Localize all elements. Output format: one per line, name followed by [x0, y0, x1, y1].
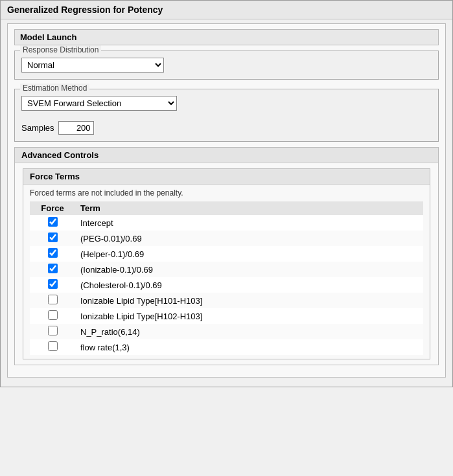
table-row: Ionizable Lipid Type[H102-H103] — [30, 308, 423, 324]
estimation-method-legend: Estimation Method — [20, 84, 89, 93]
term-cell: Ionizable Lipid Type[H102-H103] — [75, 308, 423, 324]
term-cell: (Cholesterol-0.1)/0.69 — [75, 277, 423, 293]
force-terms-section: Force Terms Forced terms are not include… — [23, 168, 430, 359]
term-cell: Intercept — [75, 215, 423, 231]
model-launch-section: Model Launch Response Distribution Norma… — [7, 23, 446, 378]
force-terms-title: Force Terms — [23, 169, 430, 185]
force-checkbox-3[interactable] — [48, 264, 58, 273]
table-row: (PEG-0.01)/0.69 — [30, 231, 423, 246]
table-row: Intercept — [30, 215, 423, 231]
estimation-method-group: Estimation Method SVEM Forward Selection… — [14, 89, 439, 142]
force-checkbox-6[interactable] — [48, 310, 58, 320]
response-distribution-group: Response Distribution NormalLognormalPoi… — [14, 51, 439, 80]
response-distribution-legend: Response Distribution — [20, 45, 101, 54]
force-checkbox-7[interactable] — [48, 326, 58, 335]
estimation-method-select[interactable]: SVEM Forward SelectionForward SelectionB… — [21, 96, 177, 111]
term-cell: (Ionizable-0.1)/0.69 — [75, 262, 423, 277]
force-checkbox-4[interactable] — [48, 279, 58, 289]
samples-input[interactable] — [58, 121, 94, 135]
page-title: Generalized Regression for Potency — [1, 1, 452, 19]
force-terms-table: Force Term Intercept(PEG-0.01)/0.69(Help… — [30, 201, 423, 355]
table-row: (Ionizable-0.1)/0.69 — [30, 262, 423, 277]
term-cell: (Helper-0.1)/0.69 — [75, 246, 423, 262]
response-distribution-select[interactable]: NormalLognormalPoissonGammaBeta — [21, 58, 164, 73]
table-row: Ionizable Lipid Type[H101-H103] — [30, 293, 423, 308]
term-cell: Ionizable Lipid Type[H101-H103] — [75, 293, 423, 308]
force-checkbox-0[interactable] — [48, 217, 58, 227]
advanced-controls-section: Advanced Controls Force Terms Forced ter… — [14, 147, 439, 365]
force-checkbox-8[interactable] — [48, 341, 58, 351]
table-row: N_P_ratio(6,14) — [30, 324, 423, 339]
table-row: (Cholesterol-0.1)/0.69 — [30, 277, 423, 293]
main-panel: Generalized Regression for Potency Model… — [0, 0, 453, 387]
advanced-controls-title: Advanced Controls — [15, 148, 438, 163]
force-col-header: Force — [30, 201, 75, 215]
samples-label: Samples — [21, 123, 54, 133]
force-checkbox-1[interactable] — [48, 232, 58, 242]
term-cell: (PEG-0.01)/0.69 — [75, 231, 423, 246]
term-cell: N_P_ratio(6,14) — [75, 324, 423, 339]
force-checkbox-2[interactable] — [48, 248, 58, 258]
term-cell: flow rate(1,3) — [75, 339, 423, 355]
table-row: flow rate(1,3) — [30, 339, 423, 355]
force-checkbox-5[interactable] — [48, 295, 58, 304]
force-terms-note: Forced terms are not included in the pen… — [30, 188, 423, 198]
table-row: (Helper-0.1)/0.69 — [30, 246, 423, 262]
term-col-header: Term — [75, 201, 423, 215]
model-launch-title: Model Launch — [14, 29, 439, 45]
